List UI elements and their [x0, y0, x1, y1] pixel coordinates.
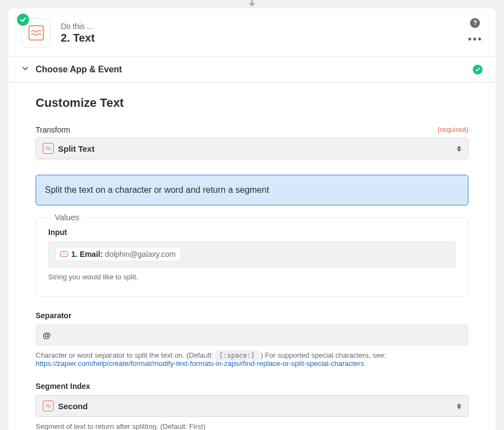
- select-sort-icon: [457, 146, 461, 152]
- segment-select[interactable]: Second: [36, 395, 468, 417]
- separator-help-prefix: Character or word separator to split the…: [36, 351, 213, 359]
- segment-value: Second: [58, 402, 88, 411]
- input-pill-prefix: 1. Email:: [71, 250, 103, 259]
- app-icon-wrap: [21, 18, 51, 48]
- help-icon[interactable]: ?: [470, 18, 480, 28]
- customize-panel: Customize Text Transform (required) Spli…: [8, 83, 496, 430]
- input-pill-value: dolphin@galaxy.com: [105, 250, 176, 259]
- transform-select[interactable]: Split Text: [36, 137, 468, 159]
- separator-help-link[interactable]: https://zapier.com/help/create/format/mo…: [36, 359, 364, 368]
- more-menu-icon[interactable]: •••: [468, 37, 483, 41]
- webhook-mini-icon: </>: [60, 251, 68, 257]
- select-sort-icon: [457, 403, 461, 409]
- flow-arrow-down: [0, 0, 504, 8]
- choose-app-event-label: Choose App & Event: [36, 65, 122, 74]
- values-legend: Values: [50, 213, 84, 222]
- section-complete-badge: [473, 65, 483, 74]
- input-help: String you would like to split.: [48, 273, 456, 281]
- transform-required: (required): [438, 125, 468, 134]
- step-kicker: Do this ...: [61, 22, 95, 31]
- svg-rect-0: [29, 26, 43, 40]
- segment-help: Segment of text to return after splittin…: [36, 422, 468, 430]
- values-fieldset: Values Input </> 1. Email: dolphin@galax…: [36, 217, 468, 297]
- separator-help-suffix: ) For supported special characters, see:: [261, 351, 386, 359]
- step-header: Do this ... 2. Text ? •••: [8, 8, 496, 56]
- choose-app-event-row[interactable]: Choose App & Event: [8, 57, 496, 82]
- step-complete-badge: [17, 14, 29, 26]
- step-title: 2. Text: [61, 32, 95, 44]
- panel-title: Customize Text: [36, 96, 468, 110]
- transform-label: Transform: [36, 125, 70, 134]
- transform-description: Split the text on a character or word an…: [36, 175, 468, 205]
- separator-input[interactable]: @: [36, 324, 468, 346]
- segment-label: Segment Index: [36, 382, 468, 391]
- transform-value: Split Text: [58, 144, 94, 153]
- chevron-down-icon: [21, 65, 29, 74]
- formatter-icon: [43, 400, 54, 411]
- separator-label: Separator: [36, 311, 468, 320]
- step-card: Do this ... 2. Text ? ••• Choose App & E…: [8, 8, 496, 430]
- input-label: Input: [48, 228, 456, 237]
- input-field[interactable]: </> 1. Email: dolphin@galaxy.com: [48, 241, 456, 267]
- header-text: Do this ... 2. Text: [61, 22, 95, 44]
- separator-help: Character or word separator to split the…: [36, 351, 468, 368]
- input-pill[interactable]: </> 1. Email: dolphin@galaxy.com: [55, 247, 181, 261]
- formatter-icon: [43, 143, 54, 154]
